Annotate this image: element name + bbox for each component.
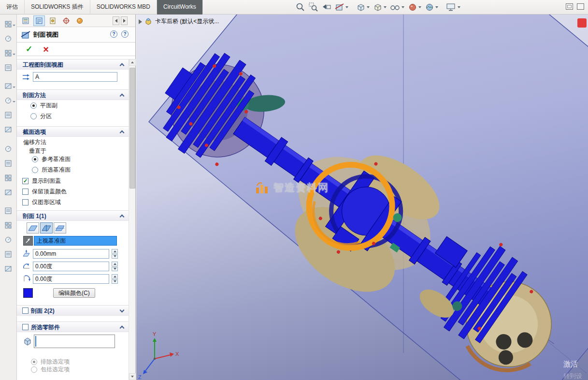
rotx-spin-up[interactable] [112, 262, 118, 266]
edit-color-button[interactable]: 编辑颜色(C) [53, 288, 95, 298]
plane-yz-button[interactable] [54, 222, 66, 234]
manager-tabs-scroll-left[interactable] [113, 16, 119, 25]
rotation-x-input[interactable] [33, 262, 109, 271]
tab-solidworks-addins[interactable]: SOLIDWORKS 插件 [25, 0, 90, 15]
reference-plane-row: 上视基准面 [23, 236, 117, 246]
dropdown-caret-icon[interactable] [458, 6, 460, 8]
scrollbar-thumb[interactable] [129, 68, 135, 189]
group-header-section-options[interactable]: 截面选项 [17, 126, 129, 137]
selected-components-checkbox[interactable] [22, 324, 29, 330]
dropdown-caret-icon[interactable] [418, 6, 421, 8]
window-restore-icon[interactable] [566, 3, 573, 10]
section-view-icon[interactable] [335, 2, 348, 13]
view-settings-icon[interactable] [446, 2, 460, 13]
section-label-input[interactable] [33, 72, 117, 82]
left-tool-icon-13[interactable] [0, 205, 16, 217]
group-header-section-method[interactable]: 剖面方法 [17, 89, 129, 100]
dropdown-caret-icon[interactable] [435, 6, 438, 8]
offset-spin-down[interactable] [112, 254, 118, 259]
reference-pick-icon[interactable] [23, 236, 33, 246]
dropdown-caret-icon[interactable] [402, 6, 404, 8]
breadcrumb[interactable]: 卡车后桥 (默认<显示状... [139, 17, 219, 26]
configuration-manager-icon[interactable] [47, 15, 58, 26]
previous-view-icon[interactable] [322, 2, 331, 13]
collapse-chevron-icon [120, 215, 125, 219]
radio-include-selected[interactable]: 包括选定项 [31, 365, 70, 374]
ok-button[interactable]: ✓ [26, 44, 32, 54]
panel-scrollbar[interactable] [129, 59, 135, 380]
tab-evaluate[interactable]: 评估 [0, 0, 25, 15]
watermark: 智造资料网 [255, 181, 329, 194]
dimxpert-manager-icon[interactable] [60, 15, 72, 26]
rotx-spin-down[interactable] [112, 267, 118, 272]
tab-circuitworks[interactable]: CircuitWorks [157, 0, 203, 15]
command-tabs: 评估 SOLIDWORKS 插件 SOLIDWORKS MBD CircuitW… [0, 0, 203, 15]
display-style-icon[interactable] [373, 2, 387, 13]
left-tool-icon-11[interactable] [0, 172, 16, 184]
left-tool-icon-14[interactable] [0, 219, 16, 232]
dropdown-caret-icon[interactable] [345, 6, 348, 8]
left-tool-icon-16[interactable] [0, 248, 16, 261]
left-tool-icon-10[interactable] [0, 157, 16, 170]
flyout-tree-arrow-icon[interactable] [139, 19, 142, 24]
radio-reference-plane[interactable]: 参考基准面 [32, 155, 71, 163]
radio-zonal[interactable]: 分区 [30, 112, 52, 120]
radio-planar[interactable]: 平面副 [30, 102, 57, 110]
roty-spin-up[interactable] [112, 274, 118, 279]
checkbox-show-section-cap[interactable]: ✓显示剖面盖 [22, 177, 61, 185]
manager-tabs-scroll-right[interactable] [121, 16, 128, 25]
group-header-section-1[interactable]: 剖面 1(1) [17, 210, 129, 221]
left-tool-icon-15[interactable] [0, 234, 16, 246]
display-manager-icon[interactable] [74, 15, 86, 26]
rotation-y-input[interactable] [33, 274, 109, 284]
group-header-drawing-section-view[interactable]: 工程图剖面视图 [17, 59, 129, 70]
left-tool-icon-03[interactable] [0, 47, 16, 59]
tab-solidworks-mbd[interactable]: SOLIDWORKS MBD [90, 0, 157, 15]
whats-new-help-icon[interactable]: ? [110, 30, 117, 38]
window-panel-icon[interactable] [577, 3, 584, 10]
cancel-button[interactable]: × [43, 46, 49, 53]
left-tool-icon-05[interactable] [0, 80, 16, 92]
offset-spin-up[interactable] [112, 249, 118, 254]
scroll-up-icon[interactable] [129, 59, 136, 66]
reference-plane-value[interactable]: 上视基准面 [34, 236, 117, 246]
zoom-fit-icon[interactable] [296, 2, 305, 13]
zoom-area-icon[interactable] [309, 2, 318, 13]
radio-exclude-selected[interactable]: 排除选定项 [31, 358, 70, 366]
left-tool-icon-07[interactable] [0, 109, 16, 121]
collapse-chevron-icon [120, 94, 125, 99]
section-color-swatch[interactable] [23, 288, 33, 298]
checkbox-keep-cap-color[interactable]: 保留顶盖颜色 [22, 188, 67, 196]
apply-scene-icon[interactable] [425, 2, 438, 13]
left-tool-icon-01[interactable] [0, 18, 16, 30]
left-tool-icon-09[interactable] [0, 143, 16, 155]
property-manager-icon[interactable] [33, 15, 45, 26]
scroll-down-icon[interactable] [129, 373, 136, 380]
group-header-section-2[interactable]: 剖面 2(2) [17, 305, 129, 316]
graphics-viewport[interactable]: Y X Z 卡车后桥 (默认<显示状... 智造资料网 激活 转到设 [136, 15, 588, 380]
roty-spin-down[interactable] [112, 279, 118, 284]
hide-show-items-icon[interactable] [390, 2, 404, 13]
plane-xz-button[interactable] [40, 222, 53, 234]
rotation-x-icon [22, 262, 31, 271]
view-orientation-icon[interactable] [356, 2, 370, 13]
left-tool-icon-08[interactable] [0, 123, 16, 136]
feature-manager-icon[interactable] [20, 15, 31, 26]
components-listbox[interactable] [34, 335, 115, 348]
dropdown-caret-icon[interactable] [367, 6, 370, 8]
left-tool-icon-12[interactable] [0, 186, 16, 199]
edit-appearance-icon[interactable] [408, 2, 421, 13]
plane-xy-button[interactable] [27, 222, 39, 234]
checkbox-graphics-only[interactable]: 仅图形区域 [22, 198, 61, 206]
dropdown-caret-icon[interactable] [384, 6, 387, 8]
left-tool-icon-02[interactable] [0, 32, 16, 45]
group-header-selected-components[interactable]: 所选零部件 [17, 322, 129, 332]
left-tool-icon-04[interactable] [0, 61, 16, 74]
radio-selected-plane[interactable]: 所选基准面 [32, 166, 71, 174]
left-tool-icon-17[interactable] [0, 263, 16, 275]
section-2-checkbox[interactable] [22, 307, 29, 314]
offset-distance-input[interactable] [33, 249, 109, 259]
left-tool-icon-06[interactable] [0, 94, 16, 107]
top-command-bar: 评估 SOLIDWORKS 插件 SOLIDWORKS MBD CircuitW… [0, 0, 588, 15]
help-icon[interactable]: ? [121, 30, 129, 38]
